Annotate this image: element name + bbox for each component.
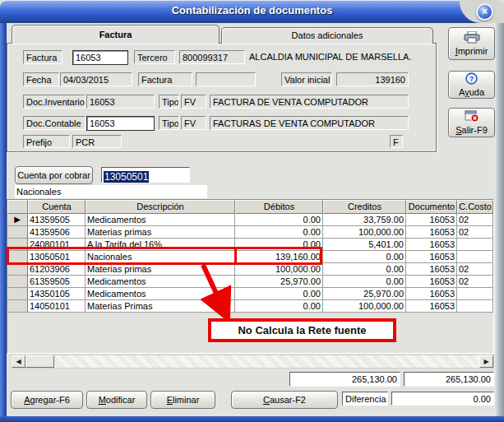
factura-input[interactable]: 16053 (72, 50, 128, 65)
doc-inventarios-label: Doc.Inventarios (23, 95, 86, 109)
close-icon[interactable]: × (476, 3, 493, 21)
total-creditos: 265,130.00 (404, 372, 494, 387)
modificar-button[interactable]: Modificar (86, 391, 147, 409)
diferencia-label: Diferencia (342, 392, 388, 406)
prefijo-label: Prefijo (23, 135, 70, 148)
tipo1-label: Tipo (159, 95, 179, 109)
header-documento[interactable]: Documento (406, 200, 457, 214)
tercero-name-text: ALCALDIA MUNICIPAL DE MARSELLA. (249, 52, 411, 62)
exit-icon (465, 110, 479, 124)
cuenta-input[interactable]: 13050501 (101, 167, 190, 183)
horizontal-scrollbar[interactable]: ◀ ▶ (11, 355, 494, 369)
header-descripcion[interactable]: Descripción (86, 200, 235, 214)
window-title: Contabilización de documentos (0, 4, 504, 16)
doc-contable-desc: FACTURAS DE VENTA COMPUTADOR (210, 116, 409, 130)
header-debitos[interactable]: Débitos (235, 200, 323, 214)
fecha-value: 04/03/2015 (60, 72, 132, 86)
factura-label: Factura (23, 50, 62, 64)
header-cuenta[interactable]: Cuenta (28, 200, 86, 214)
eliminar-button[interactable]: Eliminar (150, 391, 215, 409)
scroll-left-icon[interactable]: ◀ (12, 355, 25, 368)
tab-factura[interactable]: Factura (12, 25, 220, 44)
tercero-label: Tercero (134, 50, 175, 64)
imprimir-button[interactable]: Imprimir (448, 27, 495, 60)
scrollbar-thumb[interactable] (25, 355, 54, 368)
tipo2-value: FV (181, 116, 206, 130)
selected-text: 13050501 (104, 171, 149, 183)
factura2-label: Factura (138, 72, 192, 86)
agregar-button[interactable]: Agregar-F6 (11, 391, 83, 409)
contabilizacion-window: Contabilización de documentos × Factura … (0, 0, 504, 422)
ayuda-button[interactable]: ? Ayuda (448, 71, 495, 99)
red-arrow-annotation (187, 260, 245, 322)
printer-icon (464, 31, 480, 45)
tab-datos-adicionales[interactable]: Datos adicionales (221, 27, 433, 44)
prefijo-value: PCR (72, 135, 122, 148)
cuenta-nombre-strip: Nacionales (15, 185, 207, 198)
cuenta-por-cobrar-button[interactable]: Cuenta por cobrar (15, 166, 93, 184)
header-selector (7, 200, 28, 214)
total-debitos: 265,130.00 (289, 372, 400, 387)
annotation-note: No Calcula la Rete fuente (208, 318, 396, 342)
doc-inventarios-desc: FACTURA DE VENTA COMPUTADOR (210, 95, 409, 109)
scroll-right-icon[interactable]: ▶ (479, 355, 493, 368)
doc-inventarios-value: 16053 (86, 95, 155, 109)
doc-contable-label: Doc.Contable (23, 116, 86, 130)
doc-contable-input[interactable]: 16053 (86, 116, 155, 131)
fecha-label: Fecha (23, 72, 59, 86)
valor-inicial-value: 139160 (336, 72, 409, 86)
f-flag-box: F (390, 135, 403, 148)
causar-button[interactable]: Causar-F2 (231, 391, 338, 409)
red-highlight-debit-box (234, 247, 322, 265)
window-border-left (0, 23, 7, 416)
help-icon: ? (465, 72, 478, 86)
window-border-bottom (0, 416, 504, 422)
tipo2-label: Tipo (159, 116, 179, 130)
window-border-right (494, 23, 504, 416)
valor-inicial-label: Valor inicial (281, 72, 332, 86)
svg-text:?: ? (469, 75, 474, 83)
salir-button[interactable]: Salir-F9 (448, 108, 495, 137)
header-creditos[interactable]: Creditos (323, 200, 406, 214)
tipo1-value: FV (181, 95, 206, 109)
diferencia-value: 0.00 (391, 392, 494, 406)
current-row-pointer-icon: ▶ (14, 215, 21, 224)
header-ccosto[interactable]: C.Costo (457, 200, 493, 214)
tercero-value: 800099317 (179, 50, 245, 64)
factura2-value (196, 72, 256, 86)
